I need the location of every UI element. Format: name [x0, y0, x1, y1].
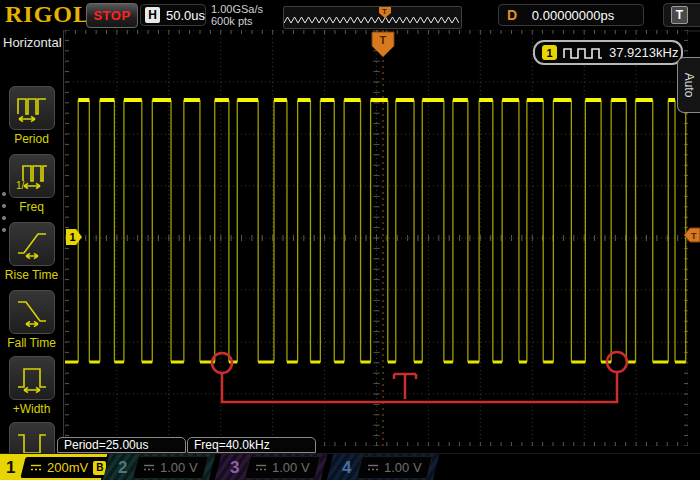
- menu-item-label: Freq: [0, 200, 63, 214]
- frequency-counter: 1 37.9213kHz: [533, 40, 683, 65]
- channel-scale: 1.00 V: [160, 460, 198, 475]
- counter-frequency-value: 37.9213kHz: [609, 45, 678, 60]
- dc-coupling-icon: [255, 463, 267, 472]
- trigger-key-icon: T: [671, 6, 688, 24]
- period-icon: [9, 86, 55, 130]
- delay-readout-box[interactable]: D 0.00000000ps: [498, 4, 644, 26]
- menu-item-plus-width[interactable]: +Width: [0, 356, 63, 416]
- channel-scale: 1.00 V: [272, 460, 310, 475]
- channel-number: 3: [230, 458, 239, 478]
- waveform-display: 1T: [65, 30, 688, 446]
- timebase-value: 50.0us: [166, 8, 205, 23]
- channel-number: 4: [342, 458, 351, 478]
- period-measurement: Period=25.00us: [57, 437, 186, 453]
- horizontal-measure-menu: Horizontal Period 1/ Freq Rise Time: [0, 30, 64, 453]
- menu-item-label: Period: [0, 132, 63, 146]
- channel-scale: 200mV: [47, 460, 88, 475]
- run-state-button[interactable]: STOP: [86, 3, 138, 28]
- channel-1-status[interactable]: 1 200mV B: [0, 454, 107, 480]
- rigol-logo: RIGOL: [5, 1, 90, 28]
- sample-rate: 1.00GSa/s: [211, 4, 263, 16]
- channel-scale: 1.00 V: [384, 460, 422, 475]
- acquisition-info: 1.00GSa/s 600k pts: [211, 4, 263, 27]
- top-status-bar: RIGOL STOP H 50.0us 1.00GSa/s 600k pts T…: [0, 0, 700, 32]
- svg-text:T: T: [382, 7, 387, 16]
- svg-text:1: 1: [70, 231, 76, 243]
- menu-tab-auto[interactable]: Auto: [677, 57, 700, 113]
- horizontal-key-icon: H: [145, 7, 160, 23]
- oscilloscope-screen: { "top_bar": { "brand": "RIGOL", "run_st…: [0, 0, 700, 480]
- channel-status-bar: 1 200mV B 2 1.00 V 3 1.00 V: [0, 453, 700, 480]
- dc-coupling-icon: [367, 463, 379, 472]
- menu-item-fall-time[interactable]: Fall Time: [0, 290, 63, 350]
- annotation-bracket: [222, 372, 617, 402]
- menu-page-indicator: [2, 192, 6, 232]
- frequency-measurement: Freq=40.0kHz: [187, 437, 316, 453]
- rise-time-icon: [9, 222, 55, 266]
- channel-4-status[interactable]: 4 1.00 V: [327, 454, 440, 480]
- freq-icon: 1/: [9, 154, 55, 198]
- square-wave-icon: [563, 46, 603, 60]
- menu-item-label: Fall Time: [0, 336, 63, 350]
- menu-item-freq[interactable]: 1/ Freq: [0, 154, 63, 214]
- menu-item-rise-time[interactable]: Rise Time: [0, 222, 63, 282]
- memory-depth: 600k pts: [211, 16, 263, 28]
- svg-text:T: T: [691, 231, 697, 241]
- dc-coupling-icon: [143, 463, 155, 472]
- annotation-period-label: [394, 374, 416, 399]
- memory-waveform-preview-icon: T: [284, 7, 459, 26]
- menu-tab-label: Auto: [683, 73, 697, 98]
- trigger-info-box[interactable]: T: [663, 3, 700, 27]
- plus-width-icon: [9, 356, 55, 400]
- horizontal-timebase-box[interactable]: H 50.0us: [140, 4, 206, 26]
- fall-time-icon: [9, 290, 55, 334]
- delay-value: 0.00000000ps: [532, 8, 628, 23]
- delay-icon: D: [507, 7, 517, 23]
- channel-number: 1: [6, 458, 15, 478]
- menu-item-label: +Width: [0, 402, 63, 416]
- channel-2-status[interactable]: 2 1.00 V: [103, 454, 216, 480]
- trigger-level-marker[interactable]: T: [684, 227, 700, 243]
- menu-item-period[interactable]: Period: [0, 86, 63, 146]
- channel-3-status[interactable]: 3 1.00 V: [215, 454, 328, 480]
- counter-channel-badge: 1: [542, 45, 557, 60]
- svg-text:T: T: [380, 34, 387, 46]
- memory-position-strip[interactable]: T: [283, 6, 462, 29]
- menu-item-label: Rise Time: [0, 268, 63, 282]
- svg-text:1/: 1/: [16, 180, 25, 191]
- menu-title: Horizontal: [3, 35, 62, 50]
- dc-coupling-icon: [30, 463, 42, 472]
- channel-number: 2: [118, 458, 127, 478]
